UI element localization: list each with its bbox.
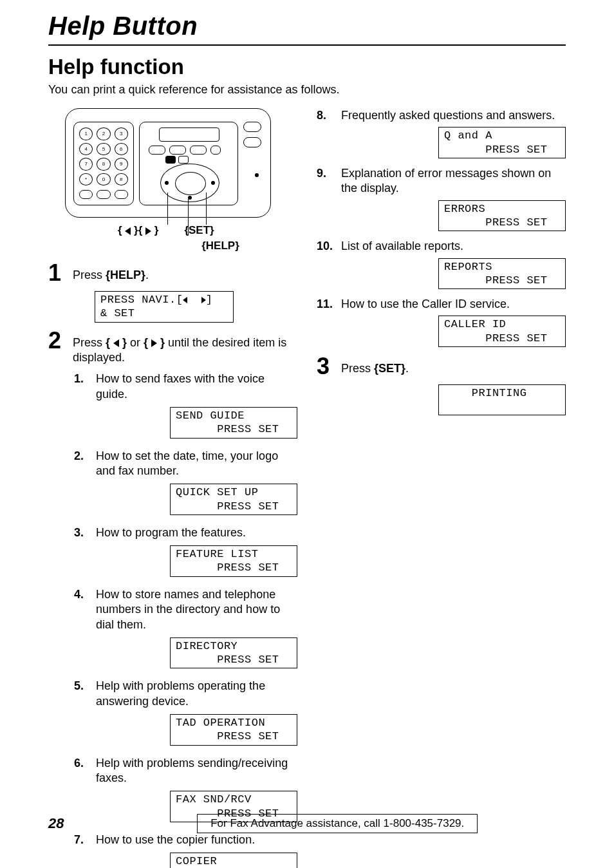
lcd-display: CALLER ID PRESS SET <box>438 316 566 347</box>
section-heading: Help function <box>48 55 566 79</box>
step-2-text: Press { } or { } until the desired item … <box>73 329 297 366</box>
list-item: 4. How to store names and telephone numb… <box>74 587 297 632</box>
lcd-display: DIRECTORY PRESS SET <box>170 637 297 669</box>
step-3-text: Press {SET}. <box>341 355 566 376</box>
list-item: 3. How to program the features. <box>74 525 297 540</box>
lcd-display: COPIER PRESS SET <box>170 853 297 868</box>
lcd-display: PRESS NAVI.[ ] & SET <box>95 291 234 323</box>
list-item: 2. How to set the date, time, your logo … <box>74 449 297 479</box>
lcd-display: REPORTS PRESS SET <box>438 258 566 290</box>
lcd-display: TAD OPERATION PRESS SET <box>170 714 297 746</box>
nav-buttons-label: { }{ } <box>118 224 158 237</box>
set-button-label: {SET} <box>184 224 214 237</box>
list-item: 5. Help with problems operating the answ… <box>74 679 297 709</box>
list-item: 1. How to send faxes with the voice guid… <box>74 372 297 402</box>
step-number: 2 <box>48 329 65 352</box>
help-button-label: {HELP} <box>144 240 297 252</box>
step-1-text: Press {HELP}. <box>73 261 297 283</box>
lcd-display: FEATURE LIST PRESS SET <box>170 545 297 577</box>
page-number: 28 <box>48 815 64 832</box>
list-item: 10. List of available reports. <box>317 239 566 254</box>
list-item: 7. How to use the copier function. <box>74 833 297 847</box>
lcd-display: SEND GUIDE PRESS SET <box>170 407 297 439</box>
lcd-display: ERRORS PRESS SET <box>438 200 566 232</box>
lcd-display: PRINTING <box>438 384 566 416</box>
list-item: 11. How to use the Caller ID service. <box>317 297 566 312</box>
step-number: 3 <box>317 355 333 378</box>
title-rule <box>48 44 566 46</box>
list-item: 9. Explanation of error messages shown o… <box>317 166 566 196</box>
list-item: 6. Help with problems sending/receiving … <box>74 756 297 786</box>
intro-text: You can print a quick reference for assi… <box>48 83 566 97</box>
device-illustration: 123 456 789 *0# <box>65 108 297 252</box>
lcd-display: Q and A PRESS SET <box>438 127 566 158</box>
step-number: 1 <box>48 261 65 285</box>
page-title: Help Button <box>48 12 566 41</box>
footer-text: For Fax Advantage assistance, call 1-800… <box>197 814 478 833</box>
lcd-display: QUICK SET UP PRESS SET <box>170 484 297 515</box>
list-item: 8. Frequently asked questions and answer… <box>317 108 566 123</box>
